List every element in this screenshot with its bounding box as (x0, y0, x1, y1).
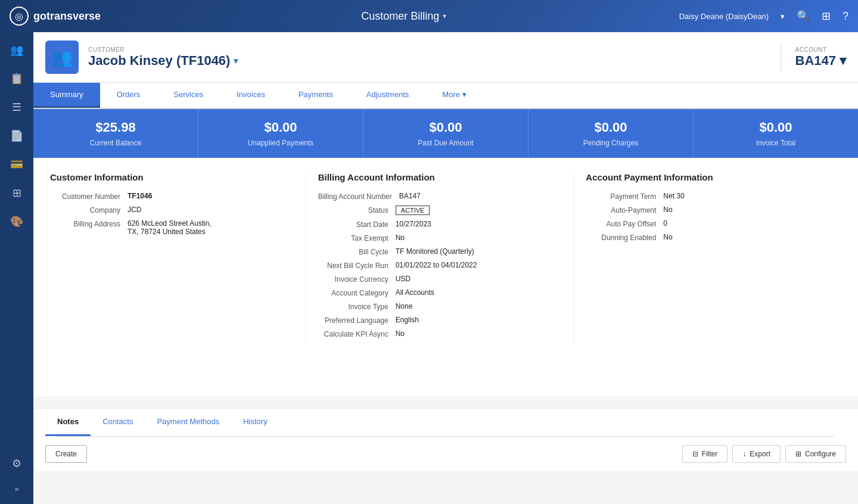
configure-button[interactable]: ⊞ Configure (785, 445, 846, 463)
past-due-amount: $0.00 (375, 120, 516, 135)
bill-cycle-row: Bill Cycle TF Monitored (Quarterly) (318, 247, 556, 256)
bottom-tab-history[interactable]: History (231, 409, 279, 436)
customer-label: CUSTOMER (88, 46, 766, 53)
account-chevron[interactable]: ▾ (840, 53, 846, 69)
customer-name[interactable]: Jacob Kinsey (TF1046) ▾ (88, 53, 766, 69)
layout: 👥 📋 ☰ 📄 💳 ⊞ 🎨 ⚙ » 👥 CUSTOMER Jacob Kinse… (0, 32, 858, 504)
status-row: Status ACTIVE (318, 206, 556, 215)
filter-button[interactable]: ⊟ Filter (682, 445, 728, 463)
summary-box-balance: $25.98 Current Balance (33, 109, 198, 158)
billing-account-number-label: Billing Account Number (318, 192, 399, 201)
customer-number-row: Customer Number TF1046 (50, 192, 288, 201)
configure-label: Configure (805, 450, 836, 458)
sidebar-expand[interactable]: » (5, 480, 29, 498)
customer-header: 👥 CUSTOMER Jacob Kinsey (TF1046) ▾ ACCOU… (33, 32, 858, 83)
pending-charges-amount: $0.00 (540, 120, 681, 135)
account-info-block: ACCOUNT BA147 ▾ (795, 46, 846, 69)
account-name[interactable]: BA147 ▾ (795, 53, 846, 69)
company-row: Company JCD (50, 206, 288, 214)
payment-info-title: Account Payment Information (586, 172, 823, 182)
billing-address-value: 626 McLeod Street Austin,TX, 78724 Unite… (128, 219, 288, 236)
start-date-row: Start Date 10/27/2023 (318, 220, 556, 229)
tax-exempt-label: Tax Exempt (318, 234, 396, 242)
customer-info-title: Customer Information (50, 172, 288, 182)
export-label: Export (750, 450, 770, 458)
status-badge: ACTIVE (396, 206, 430, 215)
search-icon[interactable]: 🔍 (797, 10, 810, 23)
action-buttons: ⊟ Filter ↓ Export ⊞ Configure (682, 445, 846, 463)
invoice-type-label: Invoice Type (318, 302, 396, 311)
account-category-value: All Accounts (396, 288, 556, 297)
tab-orders[interactable]: Orders (100, 83, 157, 108)
payment-term-label: Payment Term (586, 192, 663, 201)
nav-center: Customer Billing ▾ (129, 10, 679, 23)
customer-name-text: Jacob Kinsey (TF1046) (88, 53, 230, 69)
sidebar-item-users[interactable]: 👥 (5, 38, 29, 62)
summary-boxes: $25.98 Current Balance $0.00 Unapplied P… (33, 109, 858, 158)
export-icon: ↓ (742, 450, 746, 458)
invoice-total-amount: $0.00 (705, 120, 846, 135)
customer-info-block: CUSTOMER Jacob Kinsey (TF1046) ▾ (88, 46, 766, 69)
summary-box-pending: $0.00 Pending Charges (529, 109, 694, 158)
tab-summary[interactable]: Summary (33, 83, 100, 108)
auto-payment-value: No (663, 206, 823, 214)
start-date-label: Start Date (318, 220, 396, 229)
payment-term-value: Net 30 (663, 192, 823, 200)
account-name-text: BA147 (795, 53, 836, 69)
invoice-currency-label: Invoice Currency (318, 275, 396, 284)
avatar-icon: 👥 (52, 48, 73, 67)
bottom-tab-contacts[interactable]: Contacts (91, 409, 145, 436)
company-value: JCD (128, 206, 288, 214)
create-button-area: Create (45, 445, 87, 463)
user-chevron[interactable]: ▾ (781, 12, 785, 21)
create-button[interactable]: Create (45, 445, 87, 463)
logo-icon: ◎ (10, 7, 29, 26)
tab-more[interactable]: More ▾ (425, 83, 483, 108)
preferred-language-label: Preferred Language (318, 316, 396, 325)
tab-adjustments[interactable]: Adjustments (350, 83, 426, 108)
sidebar-item-palette[interactable]: 🎨 (5, 210, 29, 234)
help-icon[interactable]: ? (843, 10, 848, 23)
preferred-language-value: English (396, 316, 556, 324)
tab-payments[interactable]: Payments (282, 83, 350, 108)
start-date-value: 10/27/2023 (396, 220, 556, 228)
unapplied-payments-label: Unapplied Payments (210, 139, 351, 147)
tab-services[interactable]: Services (157, 83, 220, 108)
billing-address-row: Billing Address 626 McLeod Street Austin… (50, 219, 288, 236)
preferred-language-row: Preferred Language English (318, 316, 556, 325)
bottom-tabs-section: Notes Contacts Payment Methods History (33, 408, 858, 437)
status-value: ACTIVE (396, 206, 556, 215)
customer-number-label: Customer Number (50, 192, 128, 201)
company-label: Company (50, 206, 128, 214)
sidebar-item-file[interactable]: 📄 (5, 124, 29, 148)
next-bill-cycle-row: Next Bill Cycle Run 01/01/2022 to 04/01/… (318, 261, 556, 270)
customer-chevron[interactable]: ▾ (234, 56, 238, 66)
account-category-label: Account Category (318, 288, 396, 297)
account-category-row: Account Category All Accounts (318, 288, 556, 297)
auto-pay-offset-row: Auto Pay Offset 0 (586, 219, 823, 228)
nav-chevron[interactable]: ▾ (443, 12, 446, 20)
bottom-tab-payment-methods[interactable]: Payment Methods (145, 409, 231, 436)
bill-cycle-value: TF Monitored (Quarterly) (396, 247, 556, 256)
sidebar-item-grid[interactable]: ⊞ (5, 181, 29, 205)
auto-payment-row: Auto-Payment No (586, 206, 823, 214)
customer-information-section: Customer Information Customer Number TF1… (50, 172, 306, 343)
nav-title[interactable]: Customer Billing (361, 10, 439, 23)
app-title: gotransverse (33, 10, 101, 23)
sidebar: 👥 📋 ☰ 📄 💳 ⊞ 🎨 ⚙ » (0, 32, 33, 504)
sidebar-item-documents[interactable]: 📋 (5, 67, 29, 91)
user-menu[interactable]: Daisy Deane (DaisyDean) (679, 12, 769, 21)
dunning-enabled-value: No (663, 233, 823, 241)
tab-invoices[interactable]: Invoices (220, 83, 282, 108)
bottom-tab-notes[interactable]: Notes (45, 409, 91, 436)
next-bill-cycle-label: Next Bill Cycle Run (318, 261, 396, 270)
account-label: ACCOUNT (795, 46, 846, 53)
export-button[interactable]: ↓ Export (732, 445, 781, 463)
invoice-total-label: Invoice Total (705, 139, 846, 147)
sidebar-item-card[interactable]: 💳 (5, 153, 29, 176)
sidebar-item-settings[interactable]: ⚙ (5, 452, 29, 475)
bill-cycle-label: Bill Cycle (318, 247, 396, 256)
configure-icon: ⊞ (795, 450, 801, 458)
grid-nav-icon[interactable]: ⊞ (822, 10, 831, 23)
sidebar-item-list[interactable]: ☰ (5, 95, 29, 119)
